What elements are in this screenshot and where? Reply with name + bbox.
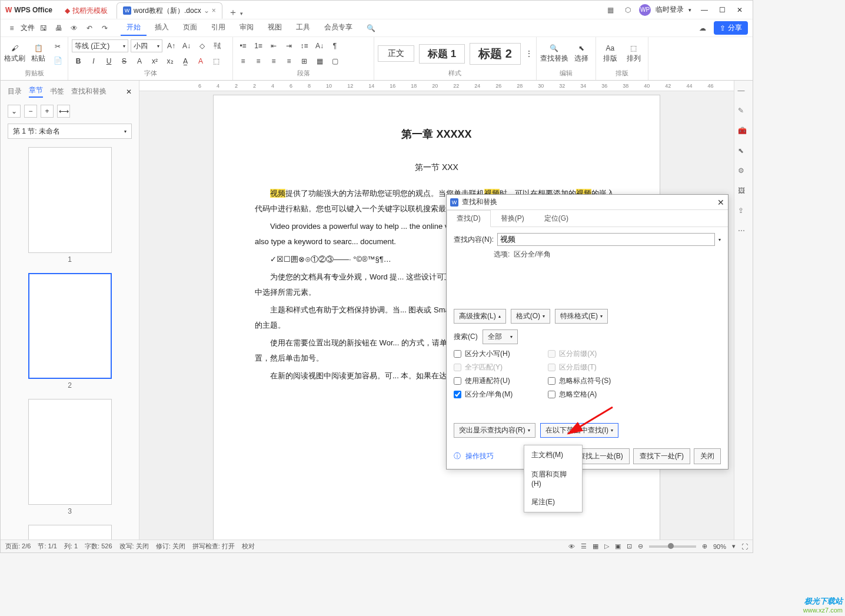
- close-icon[interactable]: ✕: [731, 4, 748, 16]
- font-size-select[interactable]: 小四▾: [131, 39, 162, 52]
- section-selector[interactable]: 第 1 节: 未命名 ▾: [8, 124, 132, 139]
- highlight-findings-button[interactable]: 突出显示查找内容(R) ▾: [454, 423, 535, 438]
- checks-left-0[interactable]: 区分大小写(H): [454, 349, 513, 359]
- nav-tab-0[interactable]: 目录: [8, 86, 22, 96]
- file-menu[interactable]: 文件: [21, 23, 35, 33]
- tips-link[interactable]: 操作技巧: [465, 451, 494, 461]
- menu-tab-5[interactable]: 视图: [262, 20, 288, 36]
- range-option-0[interactable]: 主文档(M): [524, 445, 582, 465]
- login-label[interactable]: 临时登录: [656, 5, 684, 15]
- search-history-icon[interactable]: ▾: [718, 237, 721, 242]
- menu-tab-3[interactable]: 引用: [205, 20, 231, 36]
- sort-icon[interactable]: A↓: [313, 39, 326, 52]
- search-icon[interactable]: 🔍: [364, 22, 377, 35]
- select-tool-icon[interactable]: ⬉: [738, 146, 750, 158]
- range-option-2[interactable]: 尾注(E): [524, 492, 582, 512]
- borders-icon[interactable]: ▢: [328, 55, 341, 68]
- zoom-slider[interactable]: [649, 545, 696, 548]
- search-scope-select[interactable]: 全部▾: [483, 329, 518, 344]
- menu-tab-4[interactable]: 审阅: [234, 20, 260, 36]
- increase-font-icon[interactable]: A↑: [165, 39, 178, 52]
- minus-icon[interactable]: —: [738, 86, 750, 98]
- highlight-icon[interactable]: A̲: [179, 55, 192, 68]
- row-layout-button[interactable]: Aa排版: [600, 40, 621, 67]
- search-content-input[interactable]: [497, 233, 715, 246]
- superscript-icon[interactable]: x²: [148, 55, 161, 68]
- status-revise[interactable]: 修订: 关闭: [156, 542, 185, 551]
- image-icon[interactable]: 🖼: [738, 187, 750, 198]
- menu-tab-6[interactable]: 工具: [290, 20, 316, 36]
- menu-tab-2[interactable]: 页面: [177, 20, 203, 36]
- page-thumbnail[interactable]: 3: [28, 399, 112, 515]
- nav-collapse-button[interactable]: ⟷: [57, 105, 70, 118]
- menu-hamburger-icon[interactable]: ≡: [5, 22, 18, 35]
- zoom-out-icon[interactable]: ⊖: [638, 542, 643, 550]
- style-swatch-0[interactable]: 正文: [378, 45, 414, 62]
- text-effect-icon[interactable]: A: [133, 55, 146, 68]
- increase-indent-icon[interactable]: ⇥: [282, 39, 295, 52]
- settings-slider-icon[interactable]: ⚙: [738, 167, 750, 178]
- bold-button[interactable]: B: [72, 55, 85, 68]
- reading-view-icon[interactable]: ☰: [581, 542, 587, 550]
- web-layout-icon[interactable]: ▣: [615, 542, 621, 550]
- align-right-icon[interactable]: ≡: [267, 55, 280, 68]
- page-thumbnail[interactable]: 2: [28, 273, 112, 389]
- focus-icon[interactable]: ⊡: [627, 542, 632, 550]
- arrange-button[interactable]: ⬚排列: [623, 40, 644, 67]
- nav-expand-button[interactable]: ⌄: [8, 105, 21, 118]
- status-column[interactable]: 列: 1: [64, 542, 78, 551]
- phonetic-icon[interactable]: ㍻: [211, 39, 224, 52]
- underline-button[interactable]: U: [102, 55, 115, 68]
- share-side-icon[interactable]: ⇪: [738, 207, 750, 218]
- font-name-select[interactable]: 等线 (正文)▾: [72, 39, 128, 52]
- page-thumbnail[interactable]: 4: [28, 525, 112, 540]
- layout-view-icon[interactable]: ▦: [604, 4, 617, 16]
- style-swatch-2[interactable]: 标题 2: [470, 43, 521, 65]
- find-replace-button[interactable]: 🔍查找替换: [540, 40, 568, 67]
- share-button[interactable]: ⇪ 分享: [714, 21, 748, 35]
- page-thumbnail[interactable]: 1: [28, 147, 112, 264]
- minimize-icon[interactable]: —: [696, 4, 713, 16]
- menu-tab-7[interactable]: 会员专享: [318, 20, 358, 36]
- zoom-in-icon[interactable]: ⊕: [702, 542, 707, 550]
- search-in-range-button[interactable]: 在以下范围中查找(I) ▾: [540, 423, 618, 438]
- eye-icon[interactable]: 👁: [568, 543, 575, 550]
- nav-add-button[interactable]: +: [41, 105, 54, 118]
- decrease-font-icon[interactable]: A↓: [180, 39, 193, 52]
- status-proofread[interactable]: 校对: [242, 542, 255, 551]
- checks-left-3[interactable]: 区分全/半角(M): [454, 389, 513, 399]
- more-icon[interactable]: ⋯: [738, 227, 750, 238]
- border-box-icon[interactable]: ⬚: [209, 55, 222, 68]
- subscript-icon[interactable]: x₂: [164, 55, 177, 68]
- menu-tab-1[interactable]: 插入: [149, 20, 175, 36]
- tab-goto[interactable]: 定位(G): [534, 210, 578, 227]
- nav-tab-3[interactable]: 查找和替换: [71, 86, 107, 96]
- select-button[interactable]: ⬉选择: [571, 40, 592, 67]
- nav-tab-2[interactable]: 书签: [50, 86, 64, 96]
- clear-format-icon[interactable]: ◇: [195, 39, 208, 52]
- status-zoom[interactable]: 90%: [713, 543, 726, 550]
- range-option-1[interactable]: 页眉和页脚(H): [524, 465, 582, 492]
- redo-icon[interactable]: ↷: [98, 22, 111, 35]
- play-icon[interactable]: ▷: [604, 542, 609, 550]
- distribute-icon[interactable]: ⊞: [298, 55, 311, 68]
- cut-icon[interactable]: ✂: [51, 40, 64, 53]
- avatar[interactable]: WP: [639, 4, 651, 16]
- menu-tab-0[interactable]: 开始: [121, 20, 147, 36]
- nav-tab-1[interactable]: 章节: [29, 85, 43, 98]
- shading-icon[interactable]: ▦: [313, 55, 326, 68]
- decrease-indent-icon[interactable]: ⇤: [267, 39, 280, 52]
- align-center-icon[interactable]: ≡: [252, 55, 265, 68]
- copy-icon[interactable]: 📄: [51, 54, 64, 67]
- tab-replace[interactable]: 替换(P): [491, 210, 534, 227]
- line-spacing-icon[interactable]: ↕≡: [298, 39, 311, 52]
- status-spell[interactable]: 拼写检查: 打开: [192, 542, 235, 551]
- strike-button[interactable]: S: [118, 55, 131, 68]
- checks-left-2[interactable]: 使用通配符(U): [454, 376, 513, 386]
- bullets-icon[interactable]: •≡: [237, 39, 249, 52]
- align-left-icon[interactable]: ≡: [237, 55, 249, 68]
- dialog-close-icon[interactable]: ✕: [717, 198, 724, 207]
- undo-icon[interactable]: ↶: [83, 22, 96, 35]
- status-page[interactable]: 页面: 2/6: [5, 542, 31, 551]
- italic-button[interactable]: I: [87, 55, 100, 68]
